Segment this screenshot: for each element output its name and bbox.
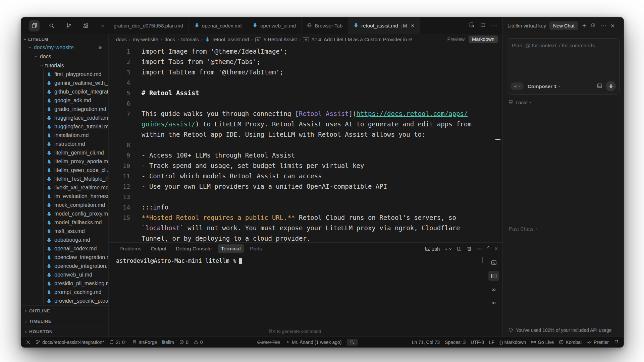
terminal-icon[interactable]: zsh (425, 246, 440, 252)
close-panel-icon[interactable]: × (610, 22, 614, 29)
file-list-item[interactable]: msft_sso.md (21, 227, 108, 236)
close-icon[interactable]: × (411, 22, 414, 29)
panel-tab-debug-console[interactable]: Debug Console (172, 244, 215, 253)
extensions-icon[interactable] (81, 20, 91, 32)
maximize-panel-icon[interactable]: ^ (487, 245, 490, 252)
agent-session-icon[interactable]: ∞ (488, 284, 499, 294)
add-chat-icon[interactable]: + (582, 22, 586, 29)
file-list-item[interactable]: model_fallbacks.md (21, 218, 108, 227)
status-item-docs-retool-assist-integration-[interactable]: docs/retool-assist-integration* (36, 340, 104, 345)
file-list-item[interactable]: openclaw_integration.md (21, 253, 108, 262)
past-chats-toggle[interactable]: Past Chats › (509, 226, 538, 232)
status-item-0[interactable]: 0 (194, 340, 203, 345)
file-list-item[interactable]: instructor.md (21, 140, 108, 148)
breadcrumb-item[interactable]: docs (164, 37, 175, 42)
sidebar-section-houston[interactable]: ›HOUSTON (21, 326, 108, 337)
more-icon[interactable]: ⋯ (600, 23, 606, 29)
file-list-item[interactable]: google_adk.md (21, 96, 108, 105)
new-terminal-icon[interactable]: + ˅ (444, 246, 452, 252)
file-list-item[interactable]: provider_specific_para... (21, 297, 108, 305)
attach-image-icon[interactable] (597, 83, 602, 90)
terminal-session-icon[interactable] (488, 257, 499, 267)
status-item-cursor-tab[interactable]: Cursor Tab (257, 340, 280, 345)
composer-selector[interactable]: Composer 1 › (528, 83, 560, 89)
status-item-0[interactable]: 0 (179, 340, 189, 345)
agent-session-icon[interactable]: ∞ (488, 298, 499, 308)
status-item-spaces-3[interactable]: Spaces: 3 (445, 340, 466, 345)
sidebar-section-timeline[interactable]: ›TIMELINE (21, 316, 108, 326)
status-item-2-0-[interactable]: 2↓ 0↑ (109, 340, 127, 345)
status-item-bell[interactable] (614, 340, 619, 345)
more-actions-icon[interactable]: ⋯ (491, 23, 497, 29)
tree-root-folder[interactable]: › docs/my-website (21, 43, 108, 52)
editor-tab[interactable]: openai_codex.md (189, 17, 247, 34)
file-list-item[interactable]: prompt_caching.md (21, 288, 108, 297)
file-list-item[interactable]: gemini_realtime_with_a... (21, 79, 108, 87)
split-editor-icon[interactable] (480, 22, 486, 29)
split-terminal-icon[interactable] (457, 246, 462, 251)
chat-tab-inactive[interactable]: Litellm virtual key (507, 23, 546, 28)
kill-terminal-icon[interactable] (467, 246, 472, 251)
editor-tab[interactable]: retool_assist.md↓M× (348, 17, 420, 34)
file-list-item[interactable]: lm_evaluation_harness.... (21, 192, 108, 201)
terminal-body[interactable]: astrodevil@Astro-Mac-mini litellm % ⌘K t… (109, 255, 502, 337)
status-item-litellm[interactable]: litellm (162, 340, 174, 345)
preview-button[interactable]: Preview (447, 37, 465, 42)
code-editor[interactable]: 1import Image from '@theme/IdealImage';2… (109, 44, 502, 242)
tree-folder-tutorials[interactable]: › tutorials (21, 61, 108, 70)
file-list-item[interactable]: litellm_proxy_aporia.md (21, 157, 108, 166)
file-list-item[interactable]: gradio_integration.md (21, 105, 108, 114)
sidebar-section-outline[interactable]: ›OUTLINE (21, 306, 108, 316)
breadcrumb-item[interactable]: retool_assist.md (212, 37, 249, 42)
files-copy-icon[interactable] (29, 20, 40, 32)
new-chat-button[interactable]: New Chat (549, 21, 578, 30)
file-list-item[interactable]: litellm_Test_Multiple_Pr... (21, 175, 108, 183)
file-list-item[interactable]: installation.md (21, 131, 108, 140)
status-item-mr-nand-1-week-ago-[interactable]: Mr. Ånand (1 week ago) (285, 340, 342, 345)
status-item-magnifier[interactable] (347, 339, 358, 346)
file-list-item[interactable]: first_playground.md (21, 70, 108, 79)
open-preview-icon[interactable] (469, 22, 475, 29)
editor-tab[interactable]: Browser Tab (302, 17, 348, 34)
panel-tab-terminal[interactable]: Terminal (218, 244, 244, 253)
chevron-down-icon[interactable] (98, 20, 108, 32)
file-list-item[interactable]: presidio_pii_masking.md (21, 279, 108, 288)
status-item-insforge[interactable]: InsForge (132, 340, 157, 345)
status-item-utf-8[interactable]: UTF-8 (471, 340, 484, 345)
status-item-remote[interactable] (26, 340, 31, 345)
panel-tab-ports[interactable]: Ports (247, 244, 265, 253)
markdown-button[interactable]: Markdown (469, 36, 498, 43)
file-list-item[interactable]: model_config_proxy.md (21, 209, 108, 218)
panel-tab-problems[interactable]: Problems (116, 244, 145, 253)
file-list-item[interactable]: livekit_xai_realtime.md (21, 183, 108, 192)
breadcrumb-item[interactable]: # Retool Assist (264, 37, 297, 42)
status-item-ln-71-col-73[interactable]: Ln 71, Col 73 (412, 340, 440, 345)
status-item-lf[interactable]: LF (489, 340, 494, 345)
close-panel-icon[interactable]: × (494, 245, 498, 252)
explorer-section-header[interactable]: › LITELLM (21, 34, 108, 43)
microphone-button[interactable] (606, 81, 616, 91)
editor-tab[interactable]: gration_doc_d075fd58.plan.md (108, 17, 189, 34)
breadcrumb-item[interactable]: docs (116, 37, 127, 42)
history-icon[interactable] (590, 22, 596, 29)
editor-tab[interactable]: openweb_ui.md (247, 17, 302, 34)
file-list-item[interactable]: litellm_gemini_cli.md (21, 148, 108, 157)
file-list-item[interactable]: openweb_ui.md (21, 270, 108, 279)
panel-tab-output[interactable]: Output (147, 244, 170, 253)
file-list-item[interactable]: oobabooga.md (21, 236, 108, 244)
status-item-markdown[interactable]: { }Markdown (499, 340, 526, 345)
breadcrumb-item[interactable]: ## 4. Add LiteLLM as a Custom Provider i… (311, 37, 412, 42)
local-selector[interactable]: Local › (507, 95, 620, 105)
breadcrumb-item[interactable]: my-website (133, 37, 158, 42)
status-item-kombai[interactable]: Kombai (559, 340, 581, 345)
file-list-item[interactable]: openai_codex.md (21, 244, 108, 253)
terminal-session-icon[interactable] (488, 271, 499, 281)
breadcrumb-item[interactable]: tutorials (181, 37, 199, 42)
chat-input[interactable]: Plan, @ for context, / for commands (507, 39, 619, 53)
tree-folder-docs[interactable]: › docs (21, 52, 108, 61)
git-branch-icon[interactable] (63, 20, 74, 32)
terminal-scrollbar[interactable] (482, 257, 483, 263)
search-icon[interactable] (46, 20, 57, 32)
more-icon[interactable]: ⋯ (477, 245, 482, 252)
status-item-prettier[interactable]: Prettier (587, 340, 609, 345)
